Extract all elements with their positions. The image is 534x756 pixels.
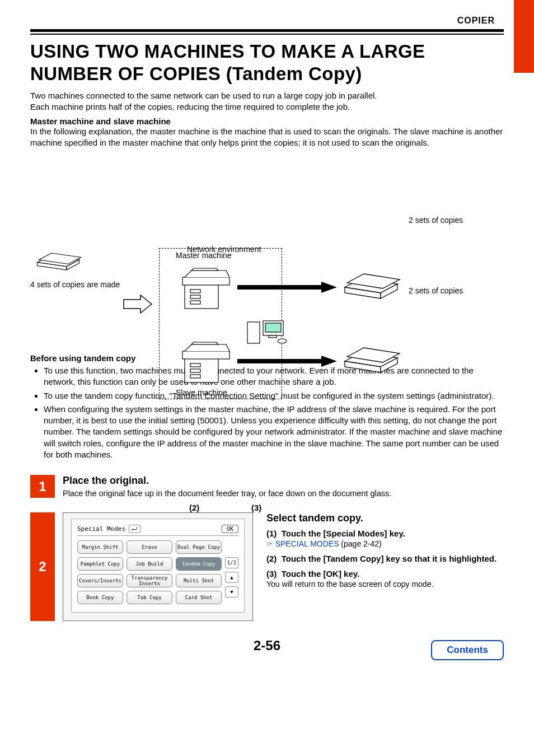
step-1-desc: Place the original face up in the docume… — [63, 489, 504, 498]
scroll-up-button[interactable]: ▲ — [225, 572, 238, 583]
slave-label: Slave machine — [176, 388, 227, 397]
paper-stack-icon — [340, 262, 402, 306]
right-upper-caption: 2 sets of copies — [409, 216, 504, 225]
paper-stack-icon — [340, 335, 402, 380]
subsection-title: Master machine and slave machine — [30, 116, 504, 126]
tandem-diagram: 4 sets of copies are made Master machine — [30, 158, 504, 338]
book-copy-button[interactable]: Book Copy — [77, 591, 123, 604]
step-2-instructions: Select tandem copy. (1) Touch the [Speci… — [266, 512, 496, 621]
instr-3-sub: You will return to the base screen of co… — [266, 580, 496, 589]
ok-button[interactable]: OK — [222, 525, 238, 533]
step-2: 2 (2) (3) Special Modes ⮐ OK Margin Shif… — [30, 512, 504, 621]
step-1: 1 Place the original. Place the original… — [30, 475, 504, 498]
diagram-left-caption: 4 sets of copies are made — [30, 280, 125, 289]
page-title: USING TWO MACHINES TO MAKE A LARGE NUMBE… — [30, 40, 504, 85]
svg-rect-7 — [265, 323, 281, 332]
svg-rect-3 — [190, 301, 200, 304]
tandem-copy-button[interactable]: Tandem Copy — [176, 557, 222, 571]
svg-rect-2 — [190, 295, 200, 298]
panel-title-text: Special Modes — [77, 525, 125, 533]
callout-3: (3) — [251, 503, 261, 512]
svg-rect-1 — [190, 290, 200, 293]
callout-2: (2) — [189, 503, 199, 512]
svg-rect-5 — [247, 322, 260, 343]
transparency-inserts-button[interactable]: Transparency Inserts — [127, 574, 172, 587]
list-item: When configuring the system settings in … — [44, 404, 504, 460]
svg-rect-11 — [190, 363, 200, 367]
erase-button[interactable]: Erase — [127, 540, 172, 554]
arrow-icon — [121, 293, 154, 315]
pamphlet-copy-button[interactable]: Pamphlet Copy — [77, 557, 123, 571]
instr-3: (3) Touch the [OK] key. — [266, 569, 359, 578]
pointer-icon: ☞ — [266, 540, 275, 548]
svg-rect-0 — [185, 284, 218, 309]
subsection-text: In the following explanation, the master… — [30, 126, 504, 149]
paper-stack-icon — [30, 241, 86, 275]
contents-button[interactable]: Contents — [431, 640, 504, 660]
page-indicator: 1/2 — [225, 557, 238, 568]
arrow-solid-icon — [237, 356, 338, 367]
svg-rect-13 — [190, 375, 200, 378]
card-shot-button[interactable]: Card Shot — [176, 591, 222, 604]
multi-shot-button[interactable]: Multi Shot — [176, 574, 222, 587]
intro-1: Two machines connected to the same netwo… — [30, 90, 504, 101]
tab-copy-button[interactable]: Tab Copy — [127, 591, 172, 604]
network-label: Network environment — [187, 245, 261, 254]
panel-back-icon[interactable]: ⮐ — [129, 525, 140, 533]
svg-rect-10 — [185, 358, 218, 382]
computer-icon — [246, 319, 293, 347]
instr-2: (2) Touch the [Tandem Copy] key so that … — [266, 554, 496, 563]
scroll-down-button[interactable]: ▼ — [225, 586, 238, 598]
svg-rect-4 — [182, 277, 229, 285]
dual-page-copy-button[interactable]: Dual Page Copy — [176, 540, 222, 554]
step-2-title: Select tandem copy. — [266, 512, 496, 524]
covers-inserts-button[interactable]: Covers/Inserts — [77, 574, 123, 587]
svg-rect-12 — [190, 369, 200, 372]
touchscreen-panel: (2) (3) Special Modes ⮐ OK Margin Shift … — [63, 512, 253, 621]
intro-2: Each machine prints half of the copies, … — [30, 101, 504, 113]
copier-icon — [181, 338, 232, 386]
job-build-button[interactable]: Job Build — [127, 557, 172, 571]
copier-icon — [181, 264, 232, 312]
instr-1: (1) Touch the [Special Modes] key. — [266, 529, 405, 538]
step-number: 2 — [30, 512, 55, 621]
svg-rect-15 — [237, 285, 321, 290]
margin-shift-button[interactable]: Margin Shift — [77, 540, 123, 554]
arrow-solid-icon — [237, 282, 338, 293]
step-number: 1 — [30, 475, 55, 498]
svg-rect-8 — [269, 335, 277, 338]
section-header: COPIER — [30, 16, 504, 26]
right-lower-caption: 2 sets of copies — [409, 286, 504, 295]
special-modes-link[interactable]: SPECIAL MODES — [275, 539, 339, 548]
step-1-title: Place the original. — [63, 475, 504, 487]
rule — [30, 29, 504, 35]
svg-point-9 — [278, 339, 287, 343]
link-suffix: (page 2-42) — [339, 539, 381, 548]
section-tab — [514, 0, 534, 73]
svg-rect-14 — [182, 351, 229, 359]
svg-rect-16 — [237, 359, 321, 363]
